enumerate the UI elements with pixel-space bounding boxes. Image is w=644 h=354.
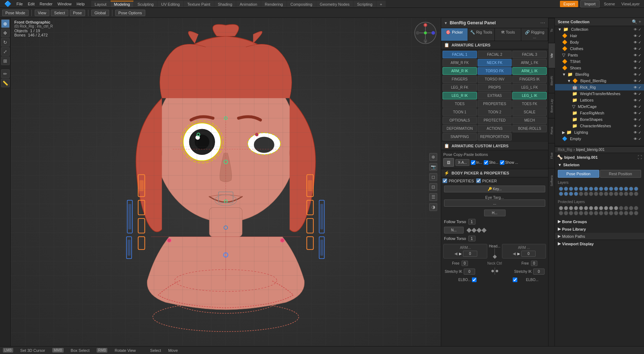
pose-sho-checkbox[interactable]: [484, 160, 488, 165]
clothes-vis[interactable]: 👁 ✓: [634, 47, 641, 51]
empty-vis[interactable]: 👁 ✓: [634, 137, 641, 141]
rest-position-btn[interactable]: Rest Position: [600, 170, 641, 178]
outliner-item-weight[interactable]: 📁 WeightTransferMeshes 👁 ✓: [555, 90, 644, 97]
facerig-vis[interactable]: 👁 ✓: [634, 111, 641, 115]
layer-leg-l-fk[interactable]: LEG_L FK: [512, 84, 547, 91]
protected-dot-26[interactable]: [604, 211, 608, 215]
protected-dot-16[interactable]: [634, 206, 638, 210]
layer-neck-fk[interactable]: NECK FK: [478, 59, 512, 67]
neck-diamond-2[interactable]: [472, 227, 477, 232]
outliner-item-mdefcage[interactable]: ▽ MDefCage 👁 ✓: [555, 103, 644, 110]
layer-extras[interactable]: EXTRAS: [478, 92, 512, 99]
workspace-uv[interactable]: UV Editing: [157, 1, 183, 7]
pose-options-btn[interactable]: Pose Options: [115, 10, 145, 16]
layer-dot-1[interactable]: [559, 187, 563, 191]
pose-in-checkbox[interactable]: [471, 160, 475, 165]
layer-leg-r-ik[interactable]: LEG_R IK: [443, 92, 477, 99]
menu-file[interactable]: File: [14, 1, 25, 7]
side-nav-rena[interactable]: Rena: [548, 118, 555, 143]
protected-dot-22[interactable]: [584, 211, 588, 215]
menu-render[interactable]: Render: [38, 1, 55, 7]
pants-vis[interactable]: 👁 ✓: [634, 53, 641, 57]
cursor-tool[interactable]: ⊕: [1, 19, 10, 28]
layer-dot-11[interactable]: [609, 187, 613, 191]
layer-dot-12[interactable]: [614, 187, 618, 191]
h-btn[interactable]: H...: [484, 210, 506, 216]
protected-dot-20[interactable]: [574, 211, 578, 215]
tab-rigging[interactable]: 🔗 Rigging ...: [521, 28, 548, 41]
outliner-item-shoes[interactable]: 🔶 Shoes 👁 ✓: [555, 65, 644, 71]
protected-dot-30[interactable]: [624, 211, 628, 215]
camera-view-btn[interactable]: 📷: [429, 163, 437, 171]
pose-copy-image-btn[interactable]: 🖼: [443, 158, 454, 167]
layer-props[interactable]: PROPS: [478, 84, 512, 91]
armature-layers-header[interactable]: 📋 ARMATURE LAYERS: [441, 41, 548, 49]
elbo-right-checkbox[interactable]: [513, 277, 517, 282]
tab-tools[interactable]: 🛠 Tools: [495, 28, 522, 41]
custom-layers-header[interactable]: 📋 ARMATURE CUSTOM LAYERS: [441, 142, 548, 150]
picker-check[interactable]: PICKER: [476, 178, 497, 183]
protected-dot-24[interactable]: [594, 211, 598, 215]
perspective-btn[interactable]: ◻: [429, 173, 437, 181]
layer-toes[interactable]: TOES: [443, 100, 477, 108]
rick-rig-vis[interactable]: 👁 ✓: [634, 85, 641, 89]
panel-collapse-icon[interactable]: ▼: [444, 21, 448, 25]
side-nav-vie[interactable]: Vie: [548, 43, 555, 68]
workspace-shading[interactable]: Shading: [214, 1, 236, 7]
pose-mode-btn[interactable]: Pose Mode: [2, 10, 29, 16]
layer-dot-20[interactable]: [574, 192, 578, 196]
layer-fingers-ik[interactable]: FINGERS IK: [512, 75, 547, 83]
workspace-modeling[interactable]: Modeling: [111, 1, 134, 7]
eye-targ-btn[interactable]: ...: [444, 200, 545, 207]
outliner-item-collection[interactable]: ▼ 📁 Collection 👁 ✓: [555, 26, 644, 33]
protected-dot-31[interactable]: [629, 211, 633, 215]
elbo-left-checkbox[interactable]: [472, 277, 477, 282]
menu-help[interactable]: Help: [74, 1, 87, 7]
layer-facial-3[interactable]: FACIAL 3: [512, 51, 547, 58]
lattices-vis[interactable]: 👁 ✓: [634, 98, 641, 102]
protected-dot-13[interactable]: [619, 206, 623, 210]
side-nav-to[interactable]: To: [548, 18, 555, 43]
layer-facial-2[interactable]: FACIAL 2: [478, 51, 512, 58]
layer-toon-2[interactable]: TOON 2: [478, 108, 512, 116]
head-diamond[interactable]: [493, 255, 497, 259]
layer-dot-5[interactable]: [579, 187, 583, 191]
lighting-vis[interactable]: 👁 ✓: [634, 131, 641, 134]
layer-dot-26[interactable]: [604, 192, 608, 196]
layer-toes-fk[interactable]: TOES FK: [512, 100, 547, 108]
layer-facial-1[interactable]: FACIAL 1: [443, 51, 477, 58]
nav-gizmo-svg[interactable]: Y -Y: [414, 21, 437, 45]
workspace-add[interactable]: +: [376, 1, 386, 7]
workspace-scripting[interactable]: Scripting: [353, 1, 376, 7]
pose-library-header[interactable]: ▶ Pose Library: [555, 225, 644, 233]
protected-dot-5[interactable]: [579, 206, 583, 210]
neck-diamond-1[interactable]: [467, 227, 472, 232]
pose-show-check[interactable]: Show ...: [500, 160, 518, 165]
mdefcage-vis[interactable]: 👁 ✓: [634, 105, 641, 109]
properties-check[interactable]: PROPERTIES: [443, 178, 474, 183]
outliner-item-biped[interactable]: ▼ 🔶 Biped_BlenRig 👁 ✓: [555, 78, 644, 84]
pose-menu-btn[interactable]: Pose: [70, 10, 85, 16]
props-expand-btn[interactable]: ⛶: [638, 155, 642, 160]
pose-in-check[interactable]: In...: [471, 160, 482, 165]
panel-options-btn[interactable]: ⋯: [540, 20, 545, 26]
protected-dot-27[interactable]: [609, 211, 613, 215]
protected-dot-2[interactable]: [564, 206, 568, 210]
biped-vis[interactable]: 👁 ✓: [634, 79, 641, 83]
layer-snapping[interactable]: SNAPPING: [443, 133, 477, 141]
outliner-item-empty[interactable]: 🔷 Empty 👁 ✓: [555, 136, 644, 142]
layer-arm-l-fk[interactable]: ARM_L FK: [512, 59, 547, 67]
layer-toon-1[interactable]: TOON 1: [443, 108, 477, 116]
layer-dot-10[interactable]: [604, 187, 608, 191]
boneshapes-vis[interactable]: 👁 ✓: [634, 118, 641, 122]
layer-optionals[interactable]: OPTIONALS: [443, 117, 477, 124]
layer-fingers[interactable]: FINGERS: [443, 75, 477, 83]
layer-dot-6[interactable]: [584, 187, 588, 191]
layer-protected[interactable]: PROTECTED: [478, 117, 512, 124]
export-button[interactable]: Export: [560, 1, 579, 7]
layer-bone-rolls[interactable]: BONE-ROLLS: [512, 125, 547, 132]
layer-dot-24[interactable]: [594, 192, 598, 196]
protected-dot-21[interactable]: [579, 211, 583, 215]
viewport-canvas[interactable]: Y -Y ⊕ 📷 ◻ ⊡ ☰ ◑: [11, 18, 441, 346]
picker-checkbox[interactable]: [476, 178, 481, 183]
